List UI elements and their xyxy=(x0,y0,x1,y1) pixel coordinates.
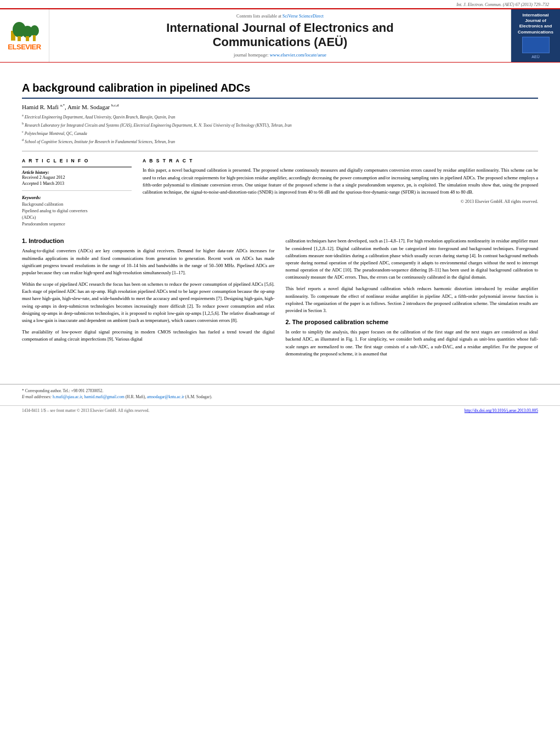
sciverse-link[interactable]: SciVerse ScienceDirect xyxy=(282,14,324,19)
journal-meta-bar: Int. J. Electron. Commun. (AEÜ) 67 (2013… xyxy=(0,0,560,8)
journal-citation: Int. J. Electron. Commun. (AEÜ) 67 (2013… xyxy=(456,2,549,7)
journal-cover-image: International Journal of Electronics and… xyxy=(511,9,560,62)
elsevier-wordmark: ELSEVIER xyxy=(8,43,41,51)
email-link-2[interactable]: hamid.mafi@gmail.com xyxy=(84,394,125,399)
journal-homepage: journal homepage: www.elsevier.com/locat… xyxy=(55,52,505,58)
intro-para-1: Analog-to-digital converters (ADCs) are … xyxy=(22,247,275,276)
footnote-email-label: E-mail addresses: h.mafi@qiau.ac.ir, ham… xyxy=(22,394,212,399)
main-content: A background calibration in pipelined AD… xyxy=(0,63,560,373)
doi-link[interactable]: http://dx.doi.org/10.1016/j.aeue.2013.03… xyxy=(465,408,538,413)
intro-para-3: The availability of low-power digital si… xyxy=(22,329,275,343)
cover-logo-graphic xyxy=(522,37,550,53)
cover-journal-title: International Journal of Electronics and… xyxy=(514,13,557,36)
keyword-3: Pseudorandom sequence xyxy=(22,221,132,228)
affiliation-b: b Research Laboratory for Integrated Cir… xyxy=(22,121,538,128)
page: Int. J. Electron. Commun. (AEÜ) 67 (2013… xyxy=(0,0,560,741)
doi-text: http://dx.doi.org/10.1016/j.aeue.2013.03… xyxy=(465,408,538,413)
affiliation-a: a Electrical Engineering Department, Aza… xyxy=(22,112,538,120)
affiliation-c: c Polytechnique Montreal, QC, Canada xyxy=(22,129,538,137)
journal-homepage-link[interactable]: www.elsevier.com/locate/aeue xyxy=(270,52,326,58)
authors-line: Hamid R. Mafi a,*, Amir M. Sodagar b,c,d xyxy=(22,103,538,110)
abstract-title: A B S T R A C T xyxy=(143,158,538,163)
body-columns: 1. Introduction Analog-to-digital conver… xyxy=(22,237,538,361)
email-link-3[interactable]: amsodagar@kntu.ac.ir xyxy=(147,394,184,399)
svg-rect-5 xyxy=(26,36,29,41)
right-para-1: calibration techniques have been develop… xyxy=(286,237,539,281)
received-date: Received 2 August 2012 xyxy=(22,175,132,180)
affiliation-d: d School of Cognitive Sciences, Institut… xyxy=(22,137,538,145)
intro-heading: 1. Introduction xyxy=(22,237,275,244)
svg-point-3 xyxy=(30,25,39,36)
footnote-corresponding: * Corresponding author. Tel.: +98 091 27… xyxy=(22,388,538,400)
keyword-2: Pipelined analog to digital converters(A… xyxy=(22,208,132,221)
abstract-panel: A B S T R A C T In this paper, a novel b… xyxy=(143,158,538,228)
accepted-date: Accepted 1 March 2013 xyxy=(22,181,132,186)
abstract-text: In this paper, a novel background calibr… xyxy=(143,167,538,196)
email-link-1[interactable]: h.mafi@qiau.ac.ir xyxy=(53,394,82,399)
elsevier-logo: ELSEVIER xyxy=(0,9,49,62)
info-abstract-columns: A R T I C L E I N F O Article history: R… xyxy=(22,158,538,228)
article-title: A background calibration in pipelined AD… xyxy=(22,82,538,99)
cover-label: AEÜ xyxy=(531,55,539,59)
bottom-bar: 1434-8411 1/$ – see front matter © 2013 … xyxy=(0,405,560,415)
keywords-label: Keywords: xyxy=(22,195,132,200)
article-info-title: A R T I C L E I N F O xyxy=(22,158,132,163)
journal-name: International Journal of Electronics and… xyxy=(55,21,505,50)
right-para-2: This brief reports a novel digital backg… xyxy=(286,285,539,314)
copyright: © 2013 Elsevier GmbH. All rights reserve… xyxy=(143,199,538,204)
article-info-panel: A R T I C L E I N F O Article history: R… xyxy=(22,158,132,228)
svg-rect-4 xyxy=(18,36,21,41)
divider-1 xyxy=(22,151,538,151)
intro-para-2: Within the scope of pipelined ADC resear… xyxy=(22,281,275,324)
svg-rect-6 xyxy=(33,35,36,41)
footer: * Corresponding author. Tel.: +98 091 27… xyxy=(0,384,560,406)
sciverse-line: Contents lists available at SciVerse Sci… xyxy=(55,14,505,19)
section2-heading: 2. The proposed calibration scheme xyxy=(286,319,539,325)
issn-text: 1434-8411 1/$ – see front matter © 2013 … xyxy=(22,408,149,413)
journal-title-area: Contents lists available at SciVerse Sci… xyxy=(49,9,511,62)
body-left-column: 1. Introduction Analog-to-digital conver… xyxy=(22,237,275,361)
elsevier-tree-icon xyxy=(8,20,41,42)
body-right-column: calibration techniques have been develop… xyxy=(286,237,539,361)
journal-header: ELSEVIER Contents lists available at Sci… xyxy=(0,8,560,63)
footnote-star: * Corresponding author. Tel.: +98 091 27… xyxy=(22,388,103,393)
section2-para: In order to simplify the analysis, this … xyxy=(286,329,539,358)
affiliations: a Electrical Engineering Department, Aza… xyxy=(22,112,538,144)
higher-word: higher xyxy=(203,248,216,253)
history-label: Article history: xyxy=(22,170,132,175)
keyword-1: Background calibration xyxy=(22,201,132,208)
